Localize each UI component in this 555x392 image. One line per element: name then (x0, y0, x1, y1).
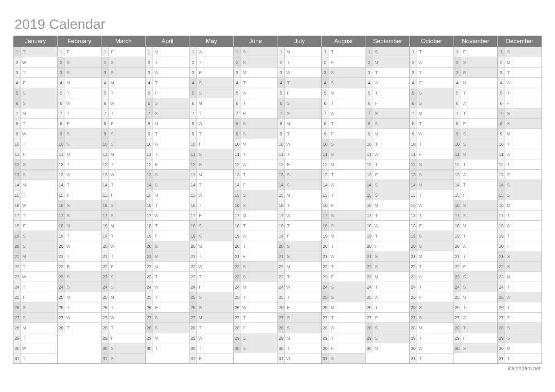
day-row: 26T (102, 302, 145, 312)
day-note (28, 343, 57, 353)
day-weekday: T (153, 200, 160, 210)
day-note (512, 78, 541, 88)
day-note (116, 159, 145, 169)
day-weekday: M (65, 292, 72, 302)
day-note (116, 282, 145, 292)
day-weekday: S (241, 129, 248, 139)
day-weekday: S (461, 210, 468, 220)
day-number: 24 (190, 282, 197, 292)
day-weekday: T (461, 231, 468, 241)
day-weekday: S (505, 323, 512, 333)
day-weekday: T (373, 302, 380, 312)
day-number: 10 (58, 139, 65, 149)
day-row: 29T (410, 333, 453, 343)
day-note (424, 119, 453, 128)
day-note (28, 231, 57, 241)
day-note (380, 221, 410, 231)
day-note (204, 282, 233, 292)
day-note (160, 272, 190, 282)
day-number: 11 (102, 149, 109, 159)
day-number: 20 (14, 241, 21, 251)
day-row: 12S (190, 159, 233, 169)
day-number: 28 (190, 323, 197, 333)
day-note (72, 170, 102, 180)
day-note (72, 323, 102, 333)
day-number: 16 (322, 200, 329, 210)
day-note (424, 149, 453, 159)
day-note (380, 343, 410, 353)
day-note (512, 129, 541, 139)
day-weekday: S (21, 302, 28, 312)
day-note (248, 292, 278, 302)
day-weekday: S (373, 47, 380, 57)
day-number: 8 (58, 119, 65, 128)
day-number: 19 (366, 231, 373, 241)
day-number: 31 (102, 353, 109, 363)
day-note (336, 88, 365, 98)
day-note (204, 170, 233, 180)
day-number: 18 (366, 221, 373, 231)
day-note (72, 180, 102, 190)
day-row: 10W (146, 139, 190, 149)
day-number: 23 (366, 272, 373, 282)
day-note (336, 343, 365, 353)
day-note (28, 68, 57, 77)
day-note (28, 323, 57, 333)
day-weekday: M (373, 129, 380, 139)
day-weekday: W (461, 98, 468, 108)
day-weekday: W (373, 149, 380, 159)
day-number: 17 (366, 210, 373, 220)
day-row: 21M (14, 251, 57, 261)
day-weekday: S (285, 313, 292, 322)
day-note (248, 251, 278, 261)
day-row: 24W (278, 282, 321, 292)
day-row: 20S (410, 241, 453, 251)
day-row: 14T (102, 180, 145, 190)
day-row: 22F (58, 261, 102, 271)
day-weekday: T (21, 333, 28, 343)
day-number: 26 (102, 302, 109, 312)
day-weekday: S (21, 159, 28, 169)
day-row: 19S (410, 231, 453, 241)
day-number: 5 (278, 88, 285, 98)
day-row: 21T (58, 251, 102, 261)
day-weekday: M (417, 251, 424, 261)
day-note (28, 78, 57, 88)
day-note (336, 221, 365, 231)
day-number: 28 (454, 323, 461, 333)
day-number: 26 (190, 302, 197, 312)
day-note (512, 47, 541, 57)
day-weekday: F (461, 190, 468, 200)
day-number: 20 (278, 241, 285, 251)
day-row: 20W (454, 241, 498, 251)
day-row: 6S (146, 98, 190, 108)
day-weekday: T (21, 68, 28, 77)
day-weekday: W (285, 210, 292, 220)
day-weekday: F (109, 47, 116, 57)
day-weekday: S (197, 231, 204, 241)
day-weekday: S (197, 159, 204, 169)
day-note (380, 190, 410, 200)
day-weekday: T (21, 262, 28, 271)
day-weekday: T (417, 353, 424, 363)
day-weekday: S (109, 57, 116, 67)
day-weekday: T (65, 180, 72, 190)
day-number: 3 (58, 68, 65, 77)
day-note (380, 57, 410, 67)
day-number: 29 (234, 333, 241, 343)
day-note (160, 180, 190, 190)
day-number: 28 (410, 323, 417, 333)
day-number: 1 (322, 47, 329, 57)
day-note (468, 231, 498, 241)
day-note (72, 190, 102, 200)
day-weekday: S (329, 292, 336, 302)
day-number: 28 (278, 323, 285, 333)
day-row: 7W (322, 108, 365, 118)
day-number: 12 (14, 159, 21, 169)
day-number: 30 (14, 343, 21, 353)
day-row: 20M (190, 241, 233, 251)
day-number: 12 (234, 159, 241, 169)
day-row: 6W (454, 98, 498, 108)
day-row: 16T (278, 200, 321, 210)
day-number: 4 (410, 78, 417, 88)
